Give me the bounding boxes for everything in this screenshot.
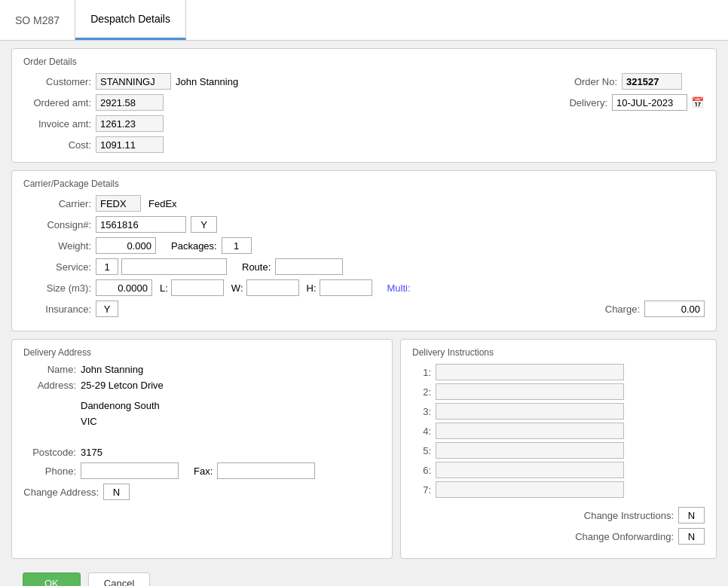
charge-label: Charge: xyxy=(605,304,640,315)
cost-input[interactable] xyxy=(96,136,164,153)
phone-input[interactable] xyxy=(81,462,179,479)
size-input[interactable] xyxy=(96,279,152,296)
delivery-postcode: 3175 xyxy=(81,447,102,458)
invoice-amt-input[interactable] xyxy=(96,115,164,132)
instr-label-5: 5: xyxy=(412,445,431,456)
delivery-address4: VIC xyxy=(81,416,97,427)
ordered-amt-input[interactable] xyxy=(96,94,164,111)
postcode-label: Postcode: xyxy=(23,447,76,458)
l-input[interactable] xyxy=(171,279,224,296)
invoice-amt-label: Invoice amt: xyxy=(23,118,91,130)
delivery-address-title: Delivery Address xyxy=(23,347,381,358)
instr-label-6: 6: xyxy=(412,465,431,476)
route-label: Route: xyxy=(242,261,271,273)
bottom-sections: Delivery Address Name: John Stanning Add… xyxy=(11,339,717,559)
carrier-code-input[interactable] xyxy=(96,195,141,212)
instruction-input-2[interactable] xyxy=(436,383,624,400)
change-address-input[interactable] xyxy=(103,484,130,500)
tab-so-m287[interactable]: SO M287 xyxy=(0,0,75,40)
instr-label-1: 1: xyxy=(412,367,431,378)
name-label: Name: xyxy=(23,364,76,375)
change-instructions-input[interactable] xyxy=(678,507,705,523)
address-label: Address: xyxy=(23,380,76,391)
insurance-input[interactable] xyxy=(96,301,118,317)
carrier-details-title: Carrier/Package Details xyxy=(23,179,705,189)
delivery-address-section: Delivery Address Name: John Stanning Add… xyxy=(11,339,393,559)
main-content: Order Details Customer: John Stanning Or… xyxy=(0,41,728,586)
delivery-address3: Dandenong South xyxy=(81,400,160,411)
instruction-row-5: 5: xyxy=(412,442,705,459)
instruction-input-6[interactable] xyxy=(436,462,624,478)
consign-input[interactable] xyxy=(96,216,186,233)
order-no-input[interactable] xyxy=(622,73,682,90)
size-label: Size (m3): xyxy=(23,282,91,294)
carrier-name: FedEx xyxy=(148,198,177,209)
instr-label-4: 4: xyxy=(412,426,431,437)
customer-name: John Stanning xyxy=(176,76,238,87)
instruction-row-2: 2: xyxy=(412,383,705,400)
order-details-title: Order Details xyxy=(23,56,705,67)
fax-label: Fax: xyxy=(194,465,213,477)
consign-flag-input[interactable] xyxy=(191,216,217,233)
title-bar: SO M287 Despatch Details xyxy=(0,0,728,41)
carrier-label: Carrier: xyxy=(23,198,91,209)
change-address-label: Change Address: xyxy=(23,487,99,498)
delivery-name: John Stanning xyxy=(81,364,143,375)
consign-label: Consign#: xyxy=(23,219,91,230)
instruction-input-4[interactable] xyxy=(436,423,624,439)
h-input[interactable] xyxy=(320,279,372,296)
phone-label: Phone: xyxy=(23,465,76,477)
instruction-input-5[interactable] xyxy=(436,442,624,459)
fax-input[interactable] xyxy=(217,462,315,479)
instruction-row-4: 4: xyxy=(412,423,705,439)
instr-label-3: 3: xyxy=(412,406,431,417)
instruction-row-7: 7: xyxy=(412,481,705,498)
h-label: H: xyxy=(307,282,317,294)
tab-despatch-details[interactable]: Despatch Details xyxy=(75,0,186,40)
packages-input[interactable] xyxy=(222,237,252,254)
customer-label: Customer: xyxy=(23,76,91,87)
l-label: L: xyxy=(160,282,168,294)
change-onforwarding-label: Change Onforwarding: xyxy=(575,531,674,542)
instruction-row-1: 1: xyxy=(412,364,705,380)
multi-label: Multi: xyxy=(387,282,411,294)
cancel-button[interactable]: Cancel xyxy=(88,572,150,586)
instr-label-2: 2: xyxy=(412,386,431,398)
ordered-amt-label: Ordered amt: xyxy=(23,97,91,108)
service-label: Service: xyxy=(23,261,91,273)
delivery-instructions-section: Delivery Instructions 1: 2: 3: 4: 5: xyxy=(400,339,717,559)
packages-label: Packages: xyxy=(171,240,217,252)
instruction-input-3[interactable] xyxy=(436,403,624,420)
footer-buttons: OK Cancel xyxy=(11,566,717,586)
insurance-label: Insurance: xyxy=(23,304,91,315)
delivery-label: Delivery: xyxy=(551,97,607,108)
instruction-input-1[interactable] xyxy=(436,364,624,380)
weight-input[interactable] xyxy=(96,237,156,254)
service-desc-input[interactable] xyxy=(121,258,227,275)
service-input[interactable] xyxy=(96,258,118,275)
order-details-section: Order Details Customer: John Stanning Or… xyxy=(11,48,717,163)
weight-label: Weight: xyxy=(23,240,91,252)
customer-code-input[interactable] xyxy=(96,73,171,90)
instruction-input-7[interactable] xyxy=(436,481,624,498)
change-instructions-label: Change Instructions: xyxy=(584,510,674,521)
calendar-icon[interactable]: 📅 xyxy=(690,95,705,110)
instruction-row-6: 6: xyxy=(412,462,705,478)
w-input[interactable] xyxy=(246,279,299,296)
delivery-instructions-title: Delivery Instructions xyxy=(412,347,705,358)
delivery-address1: 25-29 Letcon Drive xyxy=(81,380,164,391)
charge-input[interactable] xyxy=(644,301,705,317)
change-onforwarding-input[interactable] xyxy=(678,528,705,545)
instruction-row-3: 3: xyxy=(412,403,705,420)
delivery-date-input[interactable] xyxy=(612,94,687,111)
w-label: W: xyxy=(231,282,243,294)
order-no-label: Order No: xyxy=(561,76,617,87)
ok-button[interactable]: OK xyxy=(23,572,81,586)
carrier-details-section: Carrier/Package Details Carrier: FedEx C… xyxy=(11,170,717,331)
cost-label: Cost: xyxy=(23,139,91,151)
route-input[interactable] xyxy=(275,258,343,275)
instr-label-7: 7: xyxy=(412,484,431,496)
